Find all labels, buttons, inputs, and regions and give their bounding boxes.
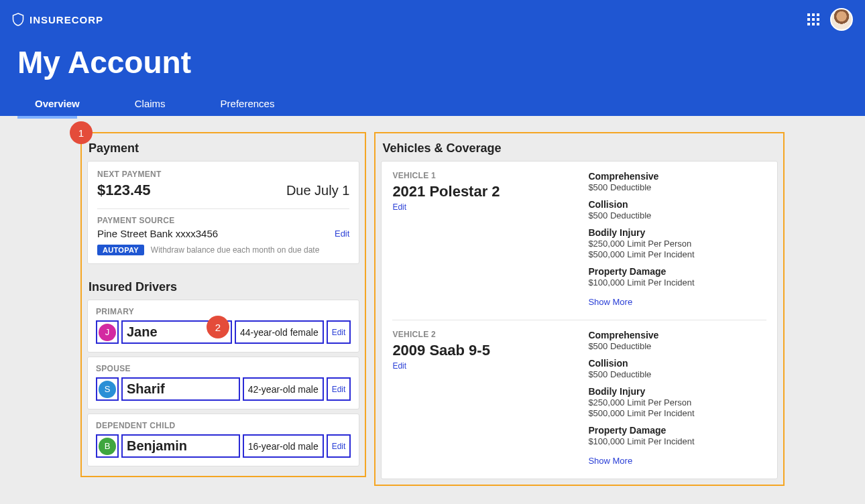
- brand-text: INSURECORP: [30, 14, 103, 25]
- driver-name: Sharif: [127, 381, 235, 397]
- vehicle-block: VEHICLE 22009 Saab 9-5EditComprehensive$…: [392, 320, 766, 466]
- coverage-detail: $250,000 Limit Per Person: [588, 239, 766, 249]
- coverage-detail: $100,000 Limit Per Incident: [588, 277, 766, 288]
- coverage-detail: $500,000 Limit Per Incident: [588, 249, 766, 259]
- driver-name: Benjamin: [127, 438, 235, 454]
- coverage-item: Comprehensive$500 Deductible: [588, 171, 766, 192]
- driver-initial-icon: J: [99, 324, 116, 341]
- drivers-section-title: Insured Drivers: [89, 280, 359, 294]
- coverage-name: Comprehensive: [588, 171, 766, 182]
- vehicle-block: VEHICLE 12021 Polestar 2EditComprehensiv…: [392, 171, 766, 308]
- page-title: My Account: [0, 31, 865, 91]
- apps-grid-icon[interactable]: [807, 13, 819, 25]
- driver-avatar-box: B: [96, 434, 119, 458]
- coverage-name: Collision: [588, 199, 766, 210]
- edit-vehicle-link[interactable]: Edit: [392, 202, 406, 212]
- vehicles-card: VEHICLE 12021 Polestar 2EditComprehensiv…: [381, 161, 778, 479]
- brand-logo[interactable]: INSURECORP: [12, 12, 103, 27]
- driver-role: SPOUSE: [96, 364, 351, 373]
- vehicle-name: 2009 Saab 9-5: [392, 342, 575, 359]
- coverage-item: Property Damage$100,000 Limit Per Incide…: [588, 266, 766, 288]
- edit-driver-link[interactable]: Edit: [332, 385, 346, 394]
- coverage-name: Collision: [588, 358, 766, 369]
- tab-preferences[interactable]: Preferences: [203, 91, 312, 116]
- right-column: Vehicles & Coverage VEHICLE 12021 Polest…: [374, 132, 785, 486]
- driver-role: PRIMARY: [96, 307, 351, 316]
- edit-driver-link[interactable]: Edit: [332, 328, 346, 337]
- coverage-name: Bodily Injury: [588, 227, 766, 238]
- vehicle-label: VEHICLE 1: [392, 171, 575, 180]
- show-more-link[interactable]: Show More: [588, 456, 632, 466]
- user-avatar[interactable]: [830, 8, 853, 31]
- vehicle-label: VEHICLE 2: [392, 330, 575, 339]
- payment-amount: $123.45: [97, 182, 151, 199]
- driver-avatar-box: S: [96, 377, 119, 401]
- show-more-link[interactable]: Show More: [588, 297, 632, 307]
- nav-tabs: OverviewClaimsPreferences: [0, 91, 865, 116]
- driver-description: 42-year-old male: [248, 384, 319, 395]
- vehicles-section-title: Vehicles & Coverage: [382, 141, 778, 155]
- driver-description: 16-year-old male: [248, 441, 319, 452]
- coverage-item: Collision$500 Deductible: [588, 199, 766, 220]
- coverage-item: Property Damage$100,000 Limit Per Incide…: [588, 425, 766, 446]
- driver-card: DEPENDENT CHILDBBenjamin16-year-old male…: [87, 414, 359, 466]
- autopay-badge: AUTOPAY: [97, 245, 144, 255]
- autopay-description: Withdraw balance due each month on due d…: [151, 245, 320, 255]
- driver-desc-box: 44-year-old female: [235, 320, 324, 344]
- driver-description: 44-year-old female: [240, 327, 319, 338]
- tab-claims[interactable]: Claims: [117, 91, 203, 116]
- payment-due: Due July 1: [286, 183, 350, 198]
- payment-card: NEXT PAYMENT $123.45 Due July 1 PAYMENT …: [87, 161, 359, 264]
- coverage-item: Bodily Injury$250,000 Limit Per Person$5…: [588, 386, 766, 418]
- app-header: INSURECORP My Account OverviewClaimsPref…: [0, 0, 865, 116]
- shield-icon: [12, 12, 24, 27]
- edit-vehicle-link[interactable]: Edit: [392, 361, 406, 371]
- coverage-detail: $100,000 Limit Per Incident: [588, 436, 766, 446]
- coverage-detail: $500,000 Limit Per Incident: [588, 408, 766, 418]
- left-column: 1 2 Payment NEXT PAYMENT $123.45 Due Jul…: [80, 132, 366, 477]
- driver-avatar-box: J: [96, 320, 119, 344]
- driver-desc-box: 42-year-old male: [243, 377, 324, 401]
- coverage-detail: $500 Deductible: [588, 210, 766, 220]
- vehicle-name: 2021 Polestar 2: [392, 183, 575, 200]
- coverage-detail: $500 Deductible: [588, 182, 766, 192]
- driver-role: DEPENDENT CHILD: [96, 421, 351, 430]
- coverage-name: Property Damage: [588, 266, 766, 277]
- driver-edit-box: Edit: [327, 377, 351, 401]
- driver-initial-icon: S: [99, 381, 116, 398]
- coverage-detail: $250,000 Limit Per Person: [588, 397, 766, 407]
- driver-edit-box: Edit: [327, 434, 351, 458]
- payment-source-value: Pine Street Bank xxxx3456: [97, 228, 218, 239]
- coverage-name: Comprehensive: [588, 330, 766, 340]
- edit-payment-source-link[interactable]: Edit: [335, 229, 349, 239]
- next-payment-label: NEXT PAYMENT: [97, 170, 349, 179]
- payment-source-label: PAYMENT SOURCE: [97, 216, 349, 225]
- driver-edit-box: Edit: [327, 320, 351, 344]
- tab-overview[interactable]: Overview: [17, 91, 117, 116]
- driver-card: SPOUSESSharif42-year-old maleEdit: [87, 357, 359, 410]
- coverage-item: Collision$500 Deductible: [588, 358, 766, 379]
- driver-initial-icon: B: [99, 438, 116, 455]
- edit-driver-link[interactable]: Edit: [332, 442, 346, 451]
- coverage-item: Comprehensive$500 Deductible: [588, 330, 766, 351]
- annotation-marker-2: 2: [207, 316, 229, 338]
- driver-name-box: Benjamin: [121, 434, 240, 458]
- driver-desc-box: 16-year-old male: [243, 434, 324, 458]
- coverage-item: Bodily Injury$250,000 Limit Per Person$5…: [588, 227, 766, 259]
- coverage-detail: $500 Deductible: [588, 341, 766, 351]
- coverage-detail: $500 Deductible: [588, 369, 766, 379]
- driver-name-box: Sharif: [121, 377, 240, 401]
- coverage-name: Property Damage: [588, 425, 766, 436]
- annotation-marker-1: 1: [70, 121, 93, 144]
- payment-section-title: Payment: [89, 141, 359, 155]
- coverage-name: Bodily Injury: [588, 386, 766, 397]
